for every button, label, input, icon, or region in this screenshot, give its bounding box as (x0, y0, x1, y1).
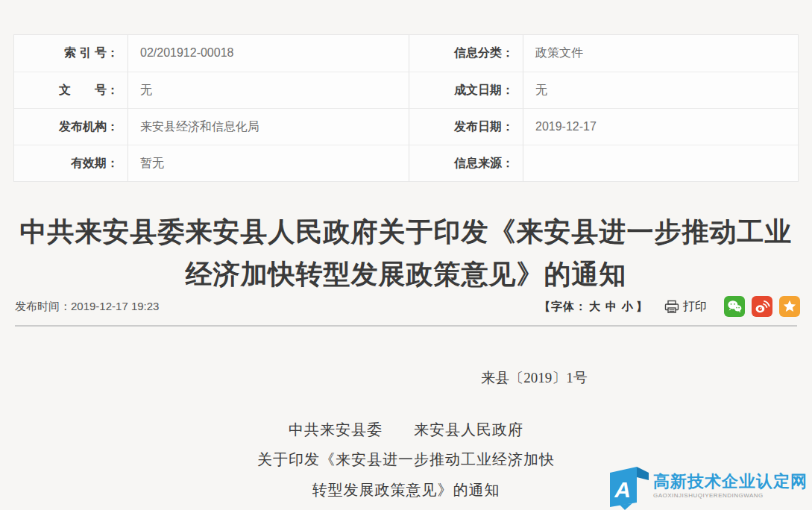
star-icon (781, 298, 799, 315)
meta-label-issuing-agency: 发布机构： (14, 108, 128, 145)
issuing-organizations-line: 中共来安县委 来安县人民政府 (0, 420, 812, 440)
meta-label-doc-number: 文 号： (14, 72, 128, 108)
site-logo-link[interactable]: A 高新技术企业认定网 GAOXINJISHUQIYERENDINGWANG (607, 467, 808, 510)
site-name: 高新技术企业认定网 (653, 473, 808, 491)
divider (15, 325, 797, 327)
font-ctrl-suffix: 】 (636, 300, 648, 312)
meta-label-info-source: 信息来源： (409, 145, 523, 181)
meta-value-info-source (523, 145, 799, 181)
print-button[interactable]: 打印 (664, 299, 707, 315)
meta-label-written-date: 成文日期： (409, 72, 523, 108)
wechat-share-button[interactable] (724, 296, 745, 317)
font-size-large-link[interactable]: 大 (589, 300, 601, 312)
meta-label-publish-date: 发布日期： (409, 108, 523, 145)
document-meta-table: 索 引 号： 02/201912-00018 信息分类： 政策文件 文 号： 无… (13, 34, 799, 182)
article-meta-bar: 发布时间：2019-12-17 19:23 【字体：大中小】 打印 (15, 295, 800, 318)
publish-time-value: 2019-12-17 19:23 (71, 300, 159, 312)
font-size-medium-link[interactable]: 中 (605, 300, 617, 312)
meta-label-info-category: 信息分类： (409, 35, 523, 72)
meta-value-validity: 暂无 (128, 145, 409, 181)
favorite-share-button[interactable] (779, 296, 800, 317)
page-title: 中共来安县委来安县人民政府关于印发《来安县进一步推动工业经济加快转型发展政策意见… (19, 210, 793, 295)
meta-value-publish-date: 2019-12-17 (523, 108, 799, 145)
official-doc-number: 来县〔2019〕1号 (128, 368, 812, 388)
weibo-share-button[interactable] (752, 296, 772, 317)
printer-icon (664, 300, 683, 314)
meta-label-index-number: 索 引 号： (14, 35, 128, 72)
meta-value-index-number: 02/201912-00018 (128, 35, 409, 72)
meta-value-info-category: 政策文件 (523, 35, 799, 72)
print-label: 打印 (683, 299, 707, 315)
font-size-control: 【字体：大中小】 (539, 300, 648, 314)
wechat-icon (726, 298, 743, 315)
meta-value-issuing-agency: 来安县经济和信息化局 (128, 108, 409, 145)
meta-label-validity: 有效期： (14, 145, 128, 181)
site-name-pinyin: GAOXINJISHUQIYERENDINGWANG (653, 492, 808, 500)
svg-text:A: A (614, 477, 631, 502)
publish-time-label: 发布时间： (15, 300, 71, 312)
page: 索 引 号： 02/201912-00018 信息分类： 政策文件 文 号： 无… (0, 0, 812, 510)
meta-value-written-date: 无 (523, 72, 799, 108)
publish-time: 发布时间：2019-12-17 19:23 (15, 300, 159, 314)
font-size-small-link[interactable]: 小 (622, 300, 634, 312)
site-logo-icon: A (607, 467, 649, 510)
weibo-icon (753, 298, 771, 315)
font-ctrl-prefix: 【字体： (539, 300, 587, 312)
meta-value-doc-number: 无 (128, 72, 409, 108)
